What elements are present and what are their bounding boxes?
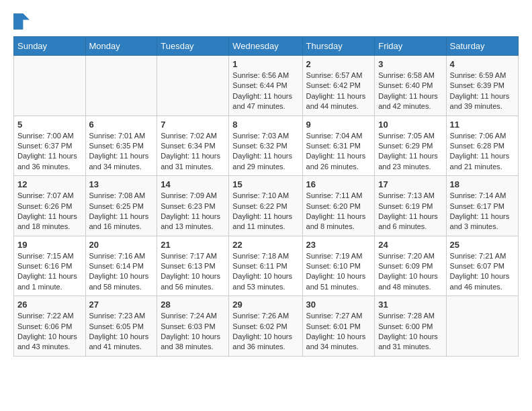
calendar-cell <box>14 56 86 116</box>
day-info: Sunrise: 7:02 AM Sunset: 6:34 PM Dayligh… <box>161 131 225 173</box>
day-number: 10 <box>378 120 442 130</box>
day-info: Sunrise: 6:59 AM Sunset: 6:39 PM Dayligh… <box>450 71 515 112</box>
calendar-week-row: 19Sunrise: 7:15 AM Sunset: 6:16 PM Dayli… <box>14 236 519 296</box>
day-info: Sunrise: 7:13 AM Sunset: 6:19 PM Dayligh… <box>378 191 442 232</box>
day-info: Sunrise: 7:14 AM Sunset: 6:17 PM Dayligh… <box>450 191 515 232</box>
calendar-cell: 12Sunrise: 7:07 AM Sunset: 6:26 PM Dayli… <box>14 176 86 236</box>
day-info: Sunrise: 6:58 AM Sunset: 6:40 PM Dayligh… <box>378 71 442 112</box>
header-day-monday: Monday <box>85 37 157 56</box>
calendar-cell: 4Sunrise: 6:59 AM Sunset: 6:39 PM Daylig… <box>446 56 518 116</box>
day-info: Sunrise: 7:05 AM Sunset: 6:29 PM Dayligh… <box>378 131 442 173</box>
day-info: Sunrise: 7:03 AM Sunset: 6:32 PM Dayligh… <box>232 131 298 173</box>
day-info: Sunrise: 7:15 AM Sunset: 6:16 PM Dayligh… <box>17 251 82 293</box>
day-info: Sunrise: 7:23 AM Sunset: 6:05 PM Dayligh… <box>89 311 154 353</box>
calendar-week-row: 12Sunrise: 7:07 AM Sunset: 6:26 PM Dayli… <box>14 176 519 236</box>
calendar-cell: 23Sunrise: 7:19 AM Sunset: 6:10 PM Dayli… <box>302 236 375 296</box>
day-number: 11 <box>450 120 515 130</box>
calendar-cell: 17Sunrise: 7:13 AM Sunset: 6:19 PM Dayli… <box>375 176 446 236</box>
page-header: General Blue <box>13 13 519 30</box>
calendar-cell: 5Sunrise: 7:00 AM Sunset: 6:37 PM Daylig… <box>14 116 86 176</box>
day-number: 13 <box>89 179 154 189</box>
day-number: 16 <box>306 179 371 189</box>
day-info: Sunrise: 7:20 AM Sunset: 6:09 PM Dayligh… <box>378 251 442 293</box>
calendar-cell: 6Sunrise: 7:01 AM Sunset: 6:35 PM Daylig… <box>85 116 157 176</box>
calendar-cell: 19Sunrise: 7:15 AM Sunset: 6:16 PM Dayli… <box>14 236 86 296</box>
day-info: Sunrise: 7:08 AM Sunset: 6:25 PM Dayligh… <box>89 191 154 232</box>
calendar-cell: 7Sunrise: 7:02 AM Sunset: 6:34 PM Daylig… <box>157 116 229 176</box>
day-info: Sunrise: 7:00 AM Sunset: 6:37 PM Dayligh… <box>17 131 82 173</box>
day-number: 14 <box>161 179 225 189</box>
day-number: 6 <box>89 120 154 130</box>
day-number: 9 <box>306 120 371 130</box>
day-number: 23 <box>306 240 371 250</box>
calendar-cell: 24Sunrise: 7:20 AM Sunset: 6:09 PM Dayli… <box>375 236 446 296</box>
day-info: Sunrise: 7:22 AM Sunset: 6:06 PM Dayligh… <box>17 311 82 353</box>
logo: General Blue <box>13 13 34 30</box>
calendar-cell: 28Sunrise: 7:24 AM Sunset: 6:03 PM Dayli… <box>157 296 229 357</box>
calendar-cell: 9Sunrise: 7:04 AM Sunset: 6:31 PM Daylig… <box>302 116 375 176</box>
day-number: 1 <box>232 59 298 69</box>
calendar-cell: 8Sunrise: 7:03 AM Sunset: 6:32 PM Daylig… <box>229 116 302 176</box>
calendar-cell: 18Sunrise: 7:14 AM Sunset: 6:17 PM Dayli… <box>446 176 518 236</box>
calendar-cell: 11Sunrise: 7:06 AM Sunset: 6:28 PM Dayli… <box>446 116 518 176</box>
calendar-cell: 25Sunrise: 7:21 AM Sunset: 6:07 PM Dayli… <box>446 236 518 296</box>
day-number: 30 <box>306 300 371 310</box>
day-info: Sunrise: 7:21 AM Sunset: 6:07 PM Dayligh… <box>450 251 515 293</box>
day-number: 5 <box>17 120 82 130</box>
day-info: Sunrise: 6:57 AM Sunset: 6:42 PM Dayligh… <box>306 71 371 112</box>
header-day-tuesday: Tuesday <box>157 37 229 56</box>
header-day-sunday: Sunday <box>14 37 86 56</box>
calendar-header-row: SundayMondayTuesdayWednesdayThursdayFrid… <box>14 37 519 56</box>
calendar-cell: 22Sunrise: 7:18 AM Sunset: 6:11 PM Dayli… <box>229 236 302 296</box>
day-number: 19 <box>17 240 82 250</box>
calendar-cell: 29Sunrise: 7:26 AM Sunset: 6:02 PM Dayli… <box>229 296 302 357</box>
calendar-cell <box>85 56 157 116</box>
header-day-wednesday: Wednesday <box>229 37 302 56</box>
header-day-thursday: Thursday <box>302 37 375 56</box>
day-info: Sunrise: 7:16 AM Sunset: 6:14 PM Dayligh… <box>89 251 154 293</box>
day-number: 7 <box>161 120 225 130</box>
day-number: 12 <box>17 179 82 189</box>
day-info: Sunrise: 7:09 AM Sunset: 6:23 PM Dayligh… <box>161 191 225 232</box>
day-info: Sunrise: 7:10 AM Sunset: 6:22 PM Dayligh… <box>232 191 298 232</box>
calendar-week-row: 5Sunrise: 7:00 AM Sunset: 6:37 PM Daylig… <box>14 116 519 176</box>
day-number: 18 <box>450 179 515 189</box>
day-number: 24 <box>378 240 442 250</box>
calendar-cell: 21Sunrise: 7:17 AM Sunset: 6:13 PM Dayli… <box>157 236 229 296</box>
calendar-cell: 1Sunrise: 6:56 AM Sunset: 6:44 PM Daylig… <box>229 56 302 116</box>
day-info: Sunrise: 7:28 AM Sunset: 6:00 PM Dayligh… <box>378 311 442 353</box>
day-number: 20 <box>89 240 154 250</box>
day-number: 15 <box>232 179 298 189</box>
day-number: 28 <box>161 300 225 310</box>
day-info: Sunrise: 6:56 AM Sunset: 6:44 PM Dayligh… <box>232 71 298 112</box>
day-number: 21 <box>161 240 225 250</box>
day-number: 25 <box>450 240 515 250</box>
calendar-table: SundayMondayTuesdayWednesdayThursdayFrid… <box>13 36 519 357</box>
day-number: 27 <box>89 300 154 310</box>
calendar-cell: 3Sunrise: 6:58 AM Sunset: 6:40 PM Daylig… <box>375 56 446 116</box>
calendar-cell: 20Sunrise: 7:16 AM Sunset: 6:14 PM Dayli… <box>85 236 157 296</box>
calendar-cell <box>446 296 518 357</box>
calendar-cell: 2Sunrise: 6:57 AM Sunset: 6:42 PM Daylig… <box>302 56 375 116</box>
day-info: Sunrise: 7:26 AM Sunset: 6:02 PM Dayligh… <box>232 311 298 353</box>
calendar-cell: 31Sunrise: 7:28 AM Sunset: 6:00 PM Dayli… <box>375 296 446 357</box>
day-info: Sunrise: 7:07 AM Sunset: 6:26 PM Dayligh… <box>17 191 82 232</box>
day-number: 26 <box>17 300 82 310</box>
calendar-cell: 16Sunrise: 7:11 AM Sunset: 6:20 PM Dayli… <box>302 176 375 236</box>
day-number: 8 <box>232 120 298 130</box>
day-info: Sunrise: 7:24 AM Sunset: 6:03 PM Dayligh… <box>161 311 225 353</box>
header-day-friday: Friday <box>375 37 446 56</box>
calendar-cell: 13Sunrise: 7:08 AM Sunset: 6:25 PM Dayli… <box>85 176 157 236</box>
day-info: Sunrise: 7:06 AM Sunset: 6:28 PM Dayligh… <box>450 131 515 173</box>
day-number: 22 <box>232 240 298 250</box>
calendar-cell: 14Sunrise: 7:09 AM Sunset: 6:23 PM Dayli… <box>157 176 229 236</box>
day-info: Sunrise: 7:11 AM Sunset: 6:20 PM Dayligh… <box>306 191 371 232</box>
day-number: 31 <box>378 300 442 310</box>
calendar-week-row: 1Sunrise: 6:56 AM Sunset: 6:44 PM Daylig… <box>14 56 519 116</box>
day-info: Sunrise: 7:01 AM Sunset: 6:35 PM Dayligh… <box>89 131 154 173</box>
day-info: Sunrise: 7:04 AM Sunset: 6:31 PM Dayligh… <box>306 131 371 173</box>
day-number: 4 <box>450 59 515 69</box>
day-info: Sunrise: 7:18 AM Sunset: 6:11 PM Dayligh… <box>232 251 298 293</box>
day-number: 3 <box>378 59 442 69</box>
calendar-cell: 26Sunrise: 7:22 AM Sunset: 6:06 PM Dayli… <box>14 296 86 357</box>
